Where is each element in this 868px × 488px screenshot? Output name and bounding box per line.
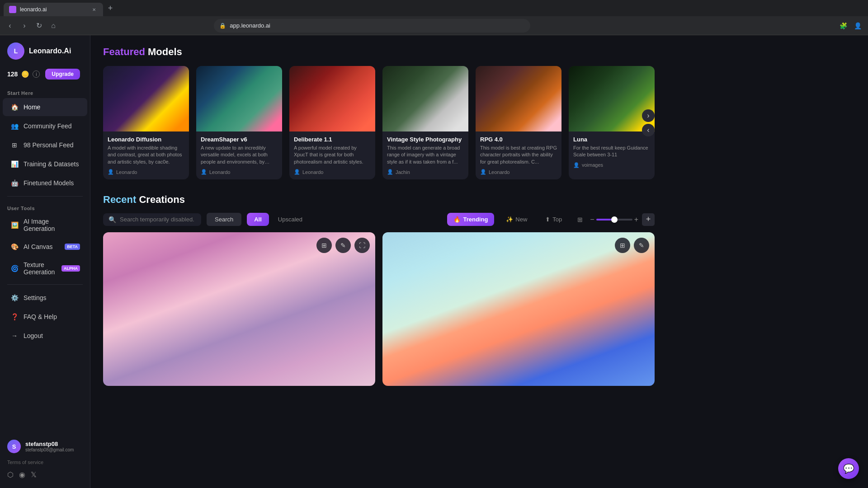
back-button[interactable]: ‹ bbox=[4, 19, 16, 32]
upgrade-button[interactable]: Upgrade bbox=[45, 69, 80, 80]
grid-view-icon[interactable]: ⊞ bbox=[574, 213, 586, 226]
sort-trending-tab[interactable]: 🔥 Trending bbox=[447, 213, 494, 226]
reload-button[interactable]: ↻ bbox=[33, 19, 45, 32]
sidebar-item-personal-feed[interactable]: ⊞ 98 Personal Feed bbox=[3, 136, 87, 154]
carousel-prev-button[interactable]: ‹ bbox=[642, 124, 655, 136]
search-button[interactable]: Search bbox=[207, 213, 241, 226]
author-name-4: Leonardo bbox=[489, 169, 510, 175]
size-slider[interactable] bbox=[596, 219, 632, 221]
model-card-desc-2: A powerful model created by XpucT that i… bbox=[294, 145, 371, 165]
model-card-3[interactable]: Vintage Style Photography This model can… bbox=[382, 66, 468, 179]
model-card-name-0: Leonardo Diffusion bbox=[108, 136, 184, 143]
user-email: stefanstp08@gmail.com bbox=[25, 447, 83, 452]
model-card-body-0: Leonardo Diffusion A model with incredib… bbox=[103, 131, 189, 179]
model-card-4[interactable]: RPG 4.0 This model is best at creating R… bbox=[476, 66, 561, 179]
sort-controls: 🔥 Trending ✨ New ⬆ Top ⊞ − + bbox=[447, 213, 655, 226]
credits-icon: 🪙 bbox=[21, 70, 29, 78]
extensions-icon[interactable]: 🧩 bbox=[837, 19, 850, 32]
model-card-desc-3: This model can generate a broad range of… bbox=[387, 145, 464, 165]
new-tab-button[interactable]: + bbox=[105, 3, 116, 14]
overlay-edit-button-1[interactable]: ✎ bbox=[634, 238, 649, 253]
creations-toolbar: 🔍 Search All Upscaled 🔥 Trending ✨ New ⬆ bbox=[103, 213, 655, 226]
terms-link[interactable]: Terms of service bbox=[0, 458, 90, 469]
size-decrease-icon[interactable]: − bbox=[590, 216, 594, 224]
credits-info-icon[interactable]: i bbox=[33, 70, 40, 78]
image-card-0[interactable]: ⊞ ✎ ⛶ bbox=[103, 232, 375, 386]
sort-new-tab[interactable]: ✨ New bbox=[500, 213, 533, 226]
author-name-2: Leonardo bbox=[302, 169, 324, 175]
overlay-grid-button-0[interactable]: ⊞ bbox=[316, 238, 332, 253]
model-card-name-5: Luna bbox=[573, 136, 650, 143]
carousel-nav: › ‹ bbox=[642, 109, 655, 136]
social-icons: ⬡ ◉ 𝕏 bbox=[0, 469, 90, 484]
sidebar-item-community-feed[interactable]: 👥 Community Feed bbox=[3, 117, 87, 135]
overlay-grid-button-1[interactable]: ⊞ bbox=[615, 238, 630, 253]
model-card-author-0: 👤 Leonardo bbox=[108, 169, 184, 175]
image-card-1[interactable]: ⊞ ✎ bbox=[382, 232, 655, 386]
chat-widget-button[interactable]: 💬 bbox=[838, 458, 859, 479]
alpha-badge: ALPHA bbox=[61, 265, 80, 272]
model-card-desc-4: This model is best at creating RPG chara… bbox=[480, 145, 557, 165]
overlay-expand-button-0[interactable]: ⛶ bbox=[354, 238, 370, 253]
model-card-desc-0: A model with incredible shading and cont… bbox=[108, 145, 184, 165]
model-card-0[interactable]: Leonardo Diffusion A model with incredib… bbox=[103, 66, 189, 179]
add-column-button[interactable]: + bbox=[642, 213, 655, 226]
beta-badge: BETA bbox=[65, 244, 80, 250]
sidebar-item-ai-canvas[interactable]: 🎨 AI Canvas BETA bbox=[3, 238, 87, 256]
sort-top-label: Top bbox=[552, 216, 562, 223]
profile-icon[interactable]: 👤 bbox=[852, 19, 864, 32]
sidebar-item-label-personal: 98 Personal Feed bbox=[24, 141, 74, 149]
sidebar-item-ai-image[interactable]: 🖼️ AI Image Generation bbox=[3, 213, 87, 237]
address-text: app.leonardo.ai bbox=[230, 22, 270, 29]
models-carousel-wrapper: Leonardo Diffusion A model with incredib… bbox=[103, 66, 655, 179]
twitter-icon[interactable]: 𝕏 bbox=[31, 470, 37, 479]
tab-close-button[interactable]: ✕ bbox=[90, 6, 98, 13]
recent-rest: Creations bbox=[136, 194, 185, 205]
filter-tabs: All Upscaled bbox=[247, 213, 310, 226]
sidebar-item-texture-gen[interactable]: 🌀 Texture Generation ALPHA bbox=[3, 257, 87, 280]
model-card-body-2: Deliberate 1.1 A powerful model created … bbox=[289, 131, 375, 179]
size-slider-wrapper: − + bbox=[590, 216, 638, 224]
model-card-author-2: 👤 Leonardo bbox=[294, 169, 371, 175]
sidebar-item-training[interactable]: 📊 Training & Datasets bbox=[3, 155, 87, 173]
model-card-2[interactable]: Deliberate 1.1 A powerful model created … bbox=[289, 66, 375, 179]
sidebar-item-label-community: Community Feed bbox=[24, 122, 72, 130]
model-card-1[interactable]: DreamShaper v6 A new update to an incred… bbox=[196, 66, 282, 179]
carousel-next-button[interactable]: › bbox=[642, 109, 655, 122]
browser-toolbar: ‹ › ↻ ⌂ 🔒 app.leonardo.ai 🧩 👤 bbox=[0, 16, 868, 35]
sidebar-item-finetuned[interactable]: 🤖 Finetuned Models bbox=[3, 174, 87, 192]
sidebar-item-label-training: Training & Datasets bbox=[24, 160, 79, 168]
active-tab[interactable]: leonardo.ai ✕ bbox=[4, 3, 103, 16]
model-card-author-1: 👤 Leonardo bbox=[201, 169, 278, 175]
sidebar-divider-1 bbox=[7, 196, 83, 197]
filter-upscaled-tab[interactable]: Upscaled bbox=[271, 213, 310, 226]
finetuned-icon: 🤖 bbox=[10, 178, 19, 188]
home-icon: 🏠 bbox=[10, 103, 19, 112]
search-wrapper: 🔍 bbox=[103, 213, 201, 226]
model-card-body-3: Vintage Style Photography This model can… bbox=[382, 131, 468, 179]
overlay-edit-button-0[interactable]: ✎ bbox=[335, 238, 351, 253]
model-card-name-4: RPG 4.0 bbox=[480, 136, 557, 143]
author-icon-3: 👤 bbox=[387, 169, 393, 175]
reddit-icon[interactable]: ◉ bbox=[19, 470, 25, 479]
search-input[interactable] bbox=[120, 216, 196, 223]
author-name-0: Leonardo bbox=[116, 169, 137, 175]
sidebar-item-settings[interactable]: ⚙️ Settings bbox=[3, 289, 87, 307]
discord-icon[interactable]: ⬡ bbox=[7, 470, 14, 479]
sidebar-item-label-home: Home bbox=[24, 103, 40, 111]
filter-all-tab[interactable]: All bbox=[247, 213, 269, 226]
size-increase-icon[interactable]: + bbox=[634, 216, 638, 224]
sidebar-item-home[interactable]: 🏠 Home bbox=[3, 98, 87, 116]
sort-top-tab[interactable]: ⬆ Top bbox=[539, 213, 568, 226]
user-info[interactable]: S stefanstp08 stefanstp08@gmail.com bbox=[0, 435, 90, 458]
faq-icon: ❓ bbox=[10, 312, 19, 321]
user-tools-label: User Tools bbox=[0, 200, 90, 213]
home-nav-button[interactable]: ⌂ bbox=[47, 19, 60, 32]
sidebar-item-faq[interactable]: ❓ FAQ & Help bbox=[3, 308, 87, 326]
model-card-desc-1: A new update to an incredibly versatile … bbox=[201, 145, 278, 165]
address-bar[interactable]: 🔒 app.leonardo.ai bbox=[214, 19, 530, 33]
image-grid: ⊞ ✎ ⛶ ⊞ ✎ bbox=[103, 232, 655, 386]
sidebar-item-logout[interactable]: → Logout bbox=[3, 327, 87, 345]
forward-button[interactable]: › bbox=[18, 19, 31, 32]
sidebar-item-label-logout: Logout bbox=[24, 332, 43, 339]
